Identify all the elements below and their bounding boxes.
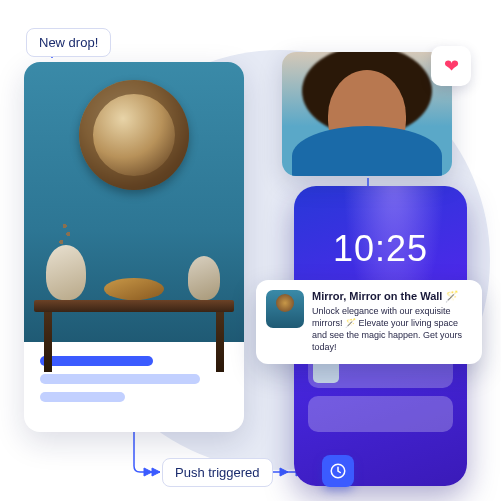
notification-thumbnail: [266, 290, 304, 328]
product-card[interactable]: [24, 62, 244, 432]
bowl-decor: [104, 278, 164, 300]
tag-label: Push triggered: [175, 465, 260, 480]
schedule-button[interactable]: [322, 455, 354, 487]
push-notification[interactable]: Mirror, Mirror on the Wall 🪄 Unlock eleg…: [256, 280, 482, 364]
table-decor: [34, 300, 234, 312]
placeholder-line: [40, 356, 153, 366]
svg-marker-2: [280, 468, 288, 476]
svg-marker-1: [144, 468, 152, 476]
vase-decor: [46, 245, 86, 300]
placeholder-line: [40, 392, 125, 402]
mirror-decor: [79, 80, 189, 190]
tag-label: New drop!: [39, 35, 98, 50]
vase-decor: [188, 256, 220, 300]
svg-marker-0: [152, 468, 160, 476]
phone-widget: [308, 396, 453, 432]
notification-title: Mirror, Mirror on the Wall 🪄: [312, 290, 470, 303]
new-drop-tag: New drop!: [26, 28, 111, 57]
lock-screen-time: 10:25: [294, 228, 467, 270]
product-image: [24, 62, 244, 342]
placeholder-line: [40, 374, 200, 384]
notification-body: Unlock elegance with our exquisite mirro…: [312, 305, 470, 354]
avatar-body: [292, 126, 442, 176]
heart-icon: ❤: [444, 55, 459, 77]
user-avatar-card: [282, 52, 452, 176]
favorite-button[interactable]: ❤: [431, 46, 471, 86]
product-meta: [24, 342, 244, 424]
clock-icon: [329, 462, 347, 480]
push-triggered-tag: Push triggered: [162, 458, 273, 487]
